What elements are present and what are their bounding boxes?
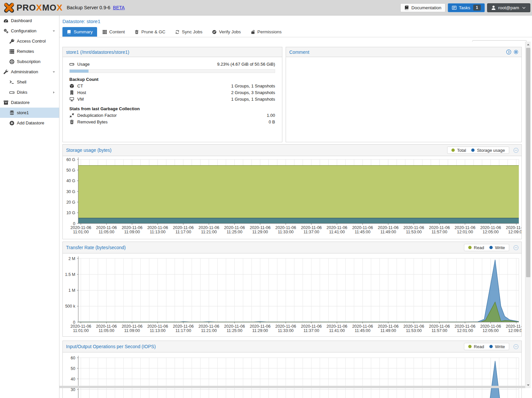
tasks-button[interactable]: Tasks 1 — [448, 3, 485, 12]
sidebar-item-datastore[interactable]: Datastore — [0, 97, 59, 108]
svg-text:60: 60 — [71, 356, 75, 360]
legend-dot-icon — [489, 246, 493, 249]
page-title: Datastore: store1 — [62, 18, 100, 24]
sidebar-item-subscription[interactable]: Subscription — [0, 56, 59, 67]
minus-circle-icon[interactable] — [513, 148, 519, 153]
arrow-circle-icon[interactable] — [506, 49, 512, 55]
tab-label: Verify Jobs — [219, 29, 241, 34]
caret-right-icon[interactable] — [52, 90, 56, 94]
legend-entry[interactable]: Total — [451, 148, 466, 153]
scrollbar-thumb[interactable] — [526, 48, 530, 277]
svg-text:2020-11-06: 2020-11-06 — [96, 225, 117, 230]
legend-entry[interactable]: Read — [468, 245, 484, 250]
legend-dot-icon — [451, 149, 455, 152]
summary-scroll-area: store1 (/mnt/datastores/store1) Usage 9.… — [59, 42, 532, 388]
tab-bar: SummaryContentPrune & GCSync JobsVerify … — [59, 27, 532, 37]
sidebar-item-remotes[interactable]: Remotes — [0, 46, 59, 56]
legend-entry[interactable]: Read — [468, 344, 484, 349]
brand-text: PROXMOX — [17, 3, 63, 13]
chevron-down-icon — [521, 5, 526, 10]
sidebar-item-dashboard[interactable]: Dashboard — [0, 16, 59, 26]
comment-body[interactable] — [286, 57, 521, 142]
svg-text:11:29:00: 11:29:00 — [252, 328, 268, 333]
legend-label: Write — [495, 245, 505, 250]
legend-dot-icon — [468, 345, 472, 348]
chart-title: Transfer Rate (bytes/second) — [66, 245, 126, 250]
sync-icon — [175, 30, 180, 34]
caret-down-icon[interactable] — [52, 29, 56, 33]
sidebar-item-label: Dashboard — [11, 18, 32, 23]
gears-icon — [3, 28, 9, 34]
gc-stats-heading: Stats from last Garbage Collection — [63, 105, 282, 112]
sidebar-item-administration[interactable]: Administration — [0, 67, 59, 77]
row-value: 1.00 — [267, 113, 275, 118]
svg-text:12:01:00: 12:01:00 — [457, 328, 473, 333]
app-header: PROXMOX Backup Server 0.9-6 BETA Documen… — [0, 0, 532, 16]
svg-text:11:37:00: 11:37:00 — [303, 230, 319, 234]
beta-link[interactable]: BETA — [113, 5, 125, 10]
sidebar-item-disks[interactable]: Disks — [0, 87, 59, 97]
svg-text:2020-11-06: 2020-11-06 — [403, 324, 424, 329]
wrench-icon — [3, 69, 9, 75]
svg-text:2020-11-06: 2020-11-06 — [301, 225, 322, 230]
sidebar-item-access-control[interactable]: Access Control — [0, 36, 59, 46]
legend-dot-icon — [471, 149, 475, 152]
sidebar-item-shell[interactable]: Shell — [0, 77, 59, 87]
vertical-scrollbar[interactable] — [525, 42, 531, 388]
svg-text:2020-11-06: 2020-11-06 — [198, 225, 219, 230]
tab-permissions[interactable]: Permissions — [246, 27, 286, 37]
svg-text:11:45:00: 11:45:00 — [355, 230, 371, 234]
legend-entry[interactable]: Write — [489, 344, 505, 349]
subscription-icon — [9, 59, 15, 64]
svg-text:2020-11-06: 2020-11-06 — [403, 225, 424, 230]
tab-verify-jobs[interactable]: Verify Jobs — [208, 27, 245, 37]
svg-text:2020-11-06: 2020-11-06 — [122, 225, 142, 230]
minus-circle-icon[interactable] — [513, 344, 519, 349]
documentation-button[interactable]: Documentation — [400, 3, 445, 12]
svg-text:12:09:00: 12:09:00 — [508, 328, 521, 333]
svg-text:11:13:00: 11:13:00 — [150, 230, 166, 234]
minus-circle-icon[interactable] — [513, 245, 519, 250]
svg-text:2020-11-06: 2020-11-06 — [250, 324, 270, 329]
tab-content[interactable]: Content — [98, 27, 129, 37]
horizontal-scrollbar[interactable] — [59, 386, 525, 388]
user-menu-button[interactable]: root@pam — [487, 3, 530, 12]
caret-down-icon[interactable] — [52, 70, 56, 74]
tab-prune-gc[interactable]: Prune & GC — [130, 27, 170, 37]
sidebar-item-label: Access Control — [17, 39, 46, 44]
svg-text:2020-11-06: 2020-11-06 — [275, 225, 296, 230]
sidebar-item-label: Administration — [11, 69, 38, 74]
svg-text:11:09:00: 11:09:00 — [124, 328, 140, 333]
usage-value: 9.23% (4.67 GiB of 50.56 GiB) — [217, 62, 275, 67]
legend-entry[interactable]: Write — [489, 245, 505, 250]
svg-text:2020-11-06: 2020-11-06 — [480, 324, 501, 329]
scroll-down-icon[interactable] — [526, 383, 530, 387]
svg-text:50: 50 — [71, 366, 75, 371]
svg-text:11:53:00: 11:53:00 — [406, 328, 422, 333]
user-label: root@pam — [498, 5, 519, 10]
iops-chart: 01020304050602020-11-0611:01:002020-11-0… — [63, 352, 521, 398]
trash-icon — [69, 119, 74, 124]
svg-text:2020-11-06: 2020-11-06 — [352, 324, 373, 329]
legend-label: Read — [474, 245, 484, 250]
terminal-icon — [9, 80, 15, 85]
legend-entry[interactable]: Storage usage — [471, 148, 505, 153]
svg-text:11:01:00: 11:01:00 — [73, 328, 89, 333]
chart-legend: ReadWrite — [464, 343, 509, 350]
scroll-up-icon[interactable] — [526, 43, 530, 47]
tab-summary[interactable]: Summary — [62, 27, 97, 37]
svg-text:11:05:00: 11:05:00 — [98, 328, 114, 333]
transfer-rate-panel: Transfer Rate (bytes/second)ReadWrite050… — [62, 242, 522, 337]
sidebar-item-store1[interactable]: store1 — [0, 108, 59, 118]
gear-icon[interactable] — [513, 49, 519, 55]
proxmox-x-icon — [3, 2, 15, 13]
storage-usage-panel: Storage usage (bytes)TotalStorage usage0… — [62, 144, 522, 239]
svg-text:11:49:00: 11:49:00 — [380, 328, 396, 333]
sidebar-item-configuration[interactable]: Configuration — [0, 26, 59, 36]
tab-sync-jobs[interactable]: Sync Jobs — [171, 27, 207, 37]
row-label: Host — [77, 90, 231, 95]
user-icon — [491, 5, 496, 10]
legend-label: Total — [457, 148, 466, 153]
compress-icon — [69, 113, 74, 118]
sidebar-item-add-datastore[interactable]: Add Datastore — [0, 118, 59, 128]
